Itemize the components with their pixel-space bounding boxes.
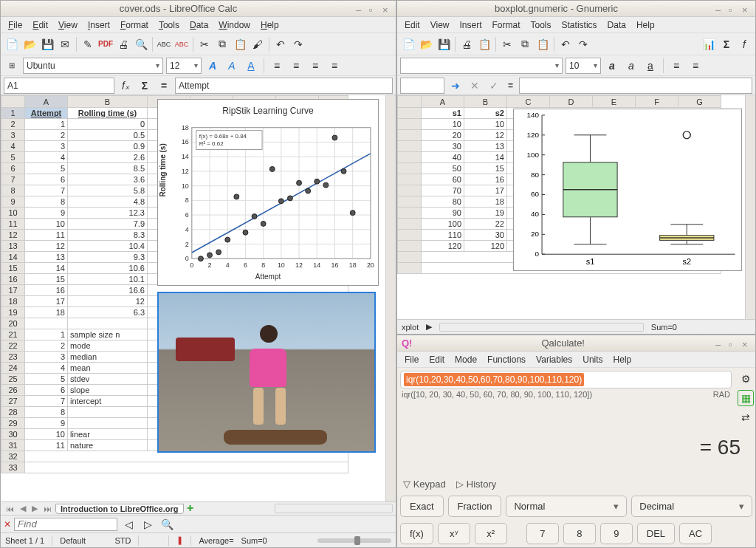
col-header-A[interactable]: A: [25, 96, 68, 108]
cell[interactable]: 11: [25, 230, 68, 241]
cut-icon[interactable]: ✂: [499, 36, 515, 52]
row-header[interactable]: [398, 241, 422, 252]
copy-icon[interactable]: ⧉: [214, 36, 230, 52]
row-header[interactable]: 32: [1, 451, 25, 462]
open-icon[interactable]: 📂: [21, 36, 38, 52]
cell[interactable]: 70: [422, 185, 464, 196]
status-sum[interactable]: Sum=0: [651, 323, 677, 332]
cell[interactable]: [68, 407, 148, 418]
scrollbar-horizontal[interactable]: [275, 504, 393, 513]
qalc-titlebar[interactable]: Q! Qalculate! – ▫ ×: [397, 335, 755, 352]
cell[interactable]: mean: [68, 363, 148, 374]
cell[interactable]: 3: [25, 141, 68, 152]
scrollbar-horizontal[interactable]: [439, 323, 644, 332]
col-header-B[interactable]: B: [68, 96, 148, 108]
scatter-chart[interactable]: RipStik Learning Curve Rolling time (s) …: [157, 99, 379, 286]
cell[interactable]: 9: [25, 418, 68, 429]
autospell-icon[interactable]: ABC: [173, 36, 190, 52]
cell[interactable]: 0.9: [68, 141, 148, 152]
cell[interactable]: 15: [464, 163, 507, 174]
row-header[interactable]: 19: [1, 307, 25, 318]
fx-icon[interactable]: f: [736, 36, 752, 52]
scrollbar-vertical[interactable]: [385, 95, 396, 501]
cell[interactable]: stdev: [68, 374, 148, 385]
italic-icon[interactable]: a: [623, 58, 639, 74]
cell[interactable]: 60: [422, 174, 464, 185]
ac-button[interactable]: AC: [679, 523, 712, 544]
email-icon[interactable]: ✉: [57, 36, 73, 52]
equals-icon[interactable]: =: [156, 78, 172, 94]
edit-icon[interactable]: ✎: [80, 36, 96, 52]
cell[interactable]: 80: [422, 196, 464, 208]
preview-icon[interactable]: 📋: [476, 36, 492, 52]
expression-input[interactable]: iqr(10,20,30,40,50,60,70,80,90,100,110,1…: [400, 371, 732, 388]
align-justify-icon[interactable]: ≡: [326, 58, 343, 74]
cell[interactable]: 12: [464, 130, 507, 141]
cell[interactable]: 5.8: [68, 185, 148, 196]
cell[interactable]: 5: [25, 163, 68, 174]
menu-help[interactable]: Help: [632, 18, 659, 32]
maximize-icon[interactable]: ▫: [729, 4, 738, 13]
cell[interactable]: Attempt: [25, 108, 68, 119]
row-header[interactable]: 14: [1, 252, 25, 263]
exec-icon[interactable]: ⚙: [738, 371, 754, 387]
align-center-icon[interactable]: ≡: [687, 58, 704, 74]
row-header[interactable]: 33: [1, 462, 25, 473]
new-icon[interactable]: 📄: [4, 36, 20, 52]
menu-data[interactable]: Data: [185, 18, 213, 32]
menu-file[interactable]: File: [400, 353, 423, 366]
cell[interactable]: 10.6: [68, 263, 148, 274]
row-header[interactable]: 15: [1, 263, 25, 274]
cell[interactable]: mode: [68, 340, 148, 352]
cell[interactable]: 40: [422, 152, 464, 163]
row-header[interactable]: 16: [1, 274, 25, 285]
row-header[interactable]: [398, 263, 422, 274]
cell[interactable]: 1: [25, 329, 68, 340]
tab-next-icon[interactable]: ▶: [426, 322, 432, 332]
maximize-icon[interactable]: ▫: [729, 339, 738, 348]
cell[interactable]: 10: [25, 219, 68, 230]
cell[interactable]: 8: [25, 196, 68, 208]
font-size-combo[interactable]: 12: [166, 58, 202, 74]
menu-units[interactable]: Units: [578, 353, 607, 366]
add-sheet-icon[interactable]: ✚: [187, 504, 193, 513]
row-header[interactable]: 13: [1, 241, 25, 252]
exact-button[interactable]: Exact: [400, 496, 444, 517]
minimize-icon[interactable]: –: [715, 4, 724, 13]
close-find-icon[interactable]: ✕: [4, 519, 11, 530]
pdf-icon[interactable]: PDF: [97, 36, 114, 52]
row-header[interactable]: 5: [1, 152, 25, 163]
col-header-A[interactable]: A: [422, 96, 464, 108]
row-header[interactable]: [398, 108, 422, 119]
underline-icon[interactable]: A: [243, 58, 259, 74]
cell[interactable]: 18: [25, 307, 68, 318]
cell[interactable]: 8.5: [68, 163, 148, 174]
key-8[interactable]: 8: [563, 523, 596, 544]
menu-data[interactable]: Data: [603, 18, 630, 32]
convert-icon[interactable]: ⇄: [738, 409, 754, 425]
cell[interactable]: 22: [464, 219, 507, 230]
key-9[interactable]: 9: [600, 523, 633, 544]
cell[interactable]: 18: [464, 196, 507, 208]
close-icon[interactable]: ×: [382, 4, 391, 13]
row-header[interactable]: 23: [1, 352, 25, 363]
menu-format[interactable]: Format: [116, 18, 153, 32]
cell[interactable]: 16: [25, 285, 68, 296]
row-header[interactable]: 7: [1, 174, 25, 185]
cell[interactable]: Rolling time (s): [68, 108, 148, 119]
boxplot-chart[interactable]: 020406080100120140s1s2: [513, 109, 742, 271]
maximize-icon[interactable]: ▫: [369, 4, 378, 13]
cell[interactable]: [68, 418, 148, 429]
paste-icon[interactable]: 📋: [535, 36, 551, 52]
sum-icon[interactable]: Σ: [137, 78, 153, 94]
row-header[interactable]: [398, 174, 422, 185]
row-header[interactable]: 28: [1, 407, 25, 418]
menu-help[interactable]: Help: [609, 353, 636, 366]
cell[interactable]: 30: [464, 230, 507, 241]
find-input[interactable]: [14, 518, 117, 531]
row-header[interactable]: [398, 185, 422, 196]
tab-last-icon[interactable]: ⏭: [41, 504, 54, 513]
cell[interactable]: 8: [25, 407, 68, 418]
tab-first-icon[interactable]: ⏮: [4, 504, 16, 513]
italic-icon[interactable]: A: [224, 58, 240, 74]
